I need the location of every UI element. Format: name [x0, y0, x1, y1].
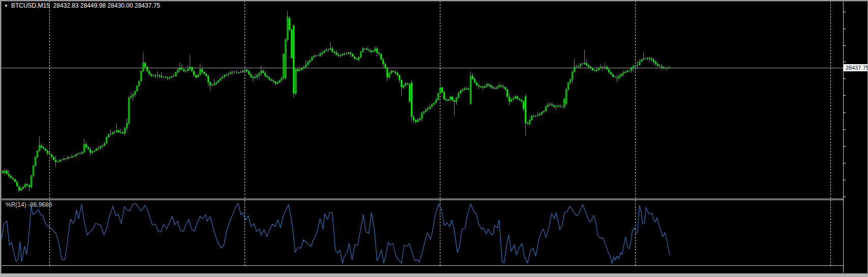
indicator-label: %R(14) -86.9686: [6, 201, 52, 208]
williams-r-line: [2, 203, 670, 263]
window-frame-inner: [1, 1, 2, 273]
symbol-dropdown-icon[interactable]: ▼: [4, 4, 8, 8]
chart-window: ▼ BTCUSD,M15 28432.83 28449.98 28430.00 …: [0, 0, 868, 277]
current-price-box: 28437.75: [844, 64, 868, 71]
chart-title-text: BTCUSD,M15 28432.83 28449.98 28430.00 28…: [11, 2, 160, 9]
candle-wicks: [3, 11, 670, 192]
bearish-candles: [3, 19, 667, 190]
window-frame-inner: [1, 1, 867, 2]
window-resize-border[interactable]: [0, 273, 868, 277]
chart-title: ▼ BTCUSD,M15 28432.83 28449.98 28430.00 …: [4, 2, 160, 9]
chart-canvas[interactable]: [0, 0, 868, 277]
bullish-candles: [5, 17, 671, 190]
